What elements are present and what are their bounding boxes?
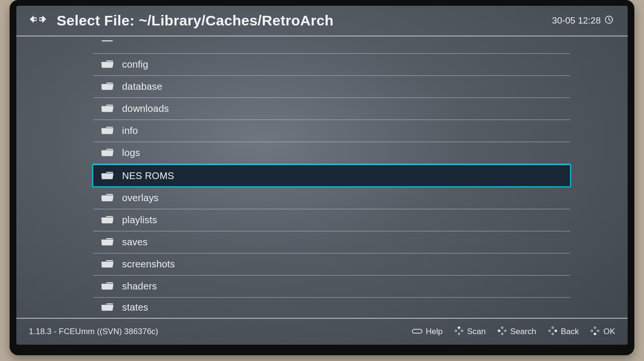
list-item-label: logs <box>122 147 140 158</box>
hint-help-label: Help <box>426 327 443 337</box>
select-button-icon <box>412 327 422 337</box>
hint-back[interactable]: Back <box>548 326 579 338</box>
list-item-label: saves <box>122 237 148 248</box>
header-left: Select File: ~/Library/Caches/RetroArch <box>28 12 334 29</box>
list-item-label: playlists <box>122 215 157 226</box>
file-list[interactable]: cht config database downloads info logs … <box>93 40 570 317</box>
svg-point-3 <box>40 18 42 20</box>
folder-icon <box>101 169 113 182</box>
svg-point-2 <box>34 18 36 20</box>
svg-point-19 <box>594 332 596 335</box>
svg-rect-5 <box>412 329 422 333</box>
version-label: 1.18.3 - FCEUmm ((SVN) 386376c) <box>29 327 158 337</box>
list-item[interactable]: database <box>93 76 570 98</box>
page-title: Select File: ~/Library/Caches/RetroArch <box>57 12 334 29</box>
dpad-icon <box>497 326 507 338</box>
svg-point-21 <box>597 329 599 332</box>
svg-point-20 <box>591 329 593 332</box>
list-item-label: cht <box>122 40 135 43</box>
list-item-label: states <box>122 302 149 313</box>
folder-icon <box>101 58 113 71</box>
dpad-icon <box>590 326 600 338</box>
svg-point-15 <box>551 332 554 335</box>
svg-point-17 <box>555 329 557 332</box>
list-item[interactable]: shaders <box>93 276 570 298</box>
svg-point-12 <box>498 329 500 332</box>
hint-ok[interactable]: OK <box>590 326 615 338</box>
footer-hints: Help Scan <box>412 326 615 338</box>
hint-scan[interactable]: Scan <box>454 326 486 338</box>
header-bar: Select File: ~/Library/Caches/RetroArch … <box>16 6 628 36</box>
footer-bar: 1.18.3 - FCEUmm ((SVN) 386376c) Help <box>16 318 628 345</box>
folder-icon <box>101 258 113 271</box>
folder-icon <box>101 102 113 115</box>
svg-point-18 <box>594 326 596 328</box>
folder-icon <box>101 124 113 137</box>
list-item-label: database <box>122 81 162 92</box>
folder-icon <box>101 301 113 314</box>
tv-bezel: Select File: ~/Library/Caches/RetroArch … <box>10 0 634 355</box>
list-item[interactable]: downloads <box>93 98 570 120</box>
svg-point-6 <box>458 326 460 328</box>
folder-icon <box>101 192 113 205</box>
list-item[interactable]: saves <box>93 231 570 253</box>
list-item-label: screenshots <box>122 259 175 270</box>
svg-point-16 <box>548 329 551 332</box>
hint-scan-label: Scan <box>467 327 486 337</box>
folder-icon <box>101 80 113 93</box>
list-item[interactable]: screenshots <box>93 253 570 276</box>
hint-back-label: Back <box>561 327 579 337</box>
dpad-icon <box>454 326 464 338</box>
list-item[interactable]: logs <box>93 142 570 164</box>
svg-point-8 <box>455 329 457 332</box>
folder-icon <box>101 146 113 159</box>
list-item-label: downloads <box>122 103 169 114</box>
clock: 30-05 12:28 <box>552 15 613 26</box>
svg-point-11 <box>501 332 503 335</box>
hint-search[interactable]: Search <box>497 326 536 338</box>
folder-icon <box>101 280 113 293</box>
list-item[interactable]: NES ROMS <box>92 164 571 187</box>
dpad-icon <box>548 326 557 338</box>
svg-point-7 <box>458 332 460 335</box>
file-list-area: cht config database downloads info logs … <box>16 40 628 317</box>
clock-icon <box>605 15 613 26</box>
svg-point-13 <box>504 329 507 332</box>
hint-ok-label: OK <box>603 327 615 337</box>
list-item[interactable]: info <box>93 120 570 142</box>
retroarch-logo-icon <box>28 12 48 29</box>
list-item[interactable]: config <box>93 54 570 76</box>
svg-point-14 <box>551 326 554 328</box>
list-item[interactable]: states <box>93 298 570 317</box>
folder-icon <box>101 236 113 249</box>
list-item[interactable]: playlists <box>93 209 570 231</box>
list-item-label: shaders <box>122 281 157 292</box>
folder-icon <box>101 40 113 45</box>
list-item-label: config <box>122 59 149 70</box>
folder-icon <box>101 214 113 227</box>
svg-point-10 <box>501 326 503 328</box>
hint-help[interactable]: Help <box>412 327 443 337</box>
clock-text: 30-05 12:28 <box>552 15 601 26</box>
svg-point-9 <box>461 329 463 332</box>
list-item-label: overlays <box>122 193 159 204</box>
hint-search-label: Search <box>510 327 536 337</box>
list-item[interactable]: overlays <box>93 187 570 209</box>
app-screen: Select File: ~/Library/Caches/RetroArch … <box>16 6 628 345</box>
list-item-label: info <box>122 125 138 136</box>
list-item[interactable]: cht <box>93 40 570 54</box>
list-item-label: NES ROMS <box>122 170 174 181</box>
